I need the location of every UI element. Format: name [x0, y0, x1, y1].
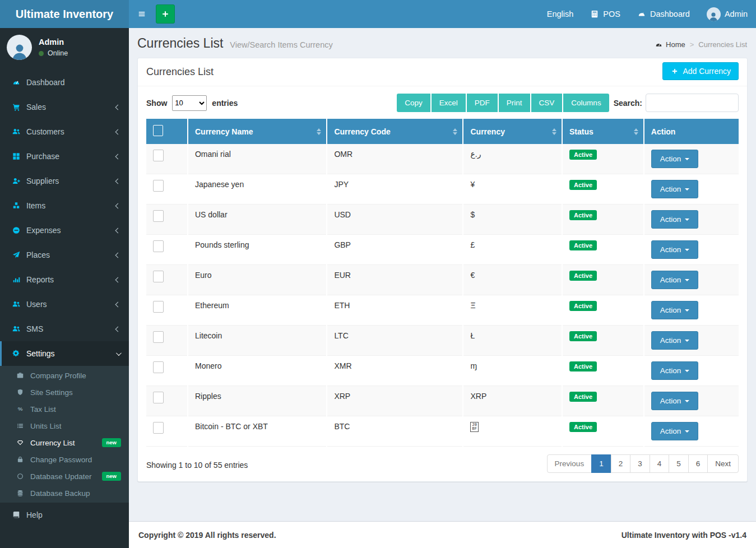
sidebar-item-suppliers[interactable]: Suppliers	[0, 169, 129, 193]
row-checkbox[interactable]	[153, 150, 164, 161]
nav-pos[interactable]: POS	[582, 0, 629, 28]
search-label: Search:	[614, 99, 642, 108]
sidebar-item-users[interactable]: Users	[0, 292, 129, 317]
cell-checkbox	[146, 386, 188, 416]
row-action-button[interactable]: Action	[651, 422, 699, 440]
sidebar-subitem-currency-list[interactable]: Currency List new	[0, 434, 129, 451]
export-excel-button[interactable]: Excel	[432, 94, 467, 112]
cell-currency-code: LTC	[327, 326, 463, 356]
header-row: Currency Name Currency Code Currency Sta…	[146, 119, 739, 144]
export-print-button[interactable]: Print	[499, 94, 531, 112]
sidebar-item-items[interactable]: Items	[0, 193, 129, 218]
cell-status: Active	[562, 386, 644, 416]
export-csv-button[interactable]: CSV	[531, 94, 564, 112]
row-checkbox[interactable]	[153, 331, 164, 343]
select-all-checkbox[interactable]	[153, 125, 163, 136]
row-checkbox[interactable]	[153, 180, 164, 192]
cell-action: Action	[644, 356, 739, 386]
row-action-button[interactable]: Action	[651, 180, 699, 198]
cell-currency-symbol: £	[463, 235, 562, 265]
breadcrumb-current: Currencies List	[690, 40, 747, 49]
sidebar-subitem-database-updater[interactable]: Database Updater new	[0, 468, 129, 485]
breadcrumb-home[interactable]: Home	[654, 40, 685, 49]
cell-action: Action	[644, 174, 739, 205]
column-header-action: Action	[644, 119, 739, 144]
status-badge: Active	[569, 331, 597, 341]
cell-action: Action	[644, 326, 739, 356]
sidebar-subitem-change-password[interactable]: Change Password	[0, 451, 129, 468]
column-header-status[interactable]: Status	[562, 119, 644, 144]
row-action-button[interactable]: Action	[651, 240, 699, 259]
sidebar-subitem-tax-list[interactable]: % Tax List	[0, 401, 129, 417]
sidebar-item-label: Dashboard	[26, 78, 65, 87]
row-action-button[interactable]: Action	[651, 210, 699, 229]
nav-language[interactable]: English	[539, 0, 582, 28]
pagination-page-4[interactable]: 4	[650, 454, 670, 473]
online-dot-icon	[39, 51, 44, 56]
pagination-previous[interactable]: Previous	[547, 454, 592, 473]
column-header-currency[interactable]: Currency	[463, 119, 562, 144]
nav-dashboard[interactable]: Dashboard	[629, 0, 698, 28]
sidebar-item-customers[interactable]: Customers	[0, 119, 129, 144]
brand-logo[interactable]: Ultimate Inventory	[0, 0, 129, 28]
pagination-page-1[interactable]: 1	[591, 454, 611, 473]
row-action-button[interactable]: Action	[651, 392, 699, 410]
add-currency-button[interactable]: Add Currency	[662, 62, 739, 80]
sidebar-item-reports[interactable]: Reports	[0, 267, 129, 292]
sidebar-item-dashboard[interactable]: Dashboard	[0, 70, 129, 95]
sidebar-item-help[interactable]: Help	[0, 503, 129, 527]
sidebar-toggle-button[interactable]	[129, 0, 154, 28]
sidebar-item-expenses[interactable]: Expenses	[0, 218, 129, 243]
sidebar-subitem-units-list[interactable]: Units List	[0, 417, 129, 434]
caret-down-icon	[685, 188, 689, 191]
column-header-currency-code[interactable]: Currency Code	[327, 119, 463, 144]
row-checkbox[interactable]	[153, 301, 164, 313]
row-checkbox[interactable]	[153, 271, 164, 282]
row-action-button[interactable]: Action	[651, 361, 699, 380]
pagination-page-3[interactable]: 3	[630, 454, 650, 473]
row-action-button[interactable]: Action	[651, 331, 699, 350]
page-length-select[interactable]: 10	[172, 95, 207, 111]
column-header-currency-name[interactable]: Currency Name	[188, 119, 327, 144]
sidebar-subitem-company-profile[interactable]: Company Profile	[0, 367, 129, 384]
row-action-button[interactable]: Action	[651, 271, 699, 289]
table-row: Omani rial OMR ر.ع Active Action	[146, 144, 739, 174]
tachometer-icon	[654, 41, 663, 48]
sidebar-item-sms[interactable]: SMS	[0, 317, 129, 341]
cell-currency-symbol: ¥	[463, 174, 562, 205]
row-checkbox[interactable]	[153, 240, 164, 252]
sidebar-subitem-label: Database Backup	[30, 489, 90, 498]
sidebar-item-settings[interactable]: Settings	[0, 341, 129, 366]
sidebar-item-purchase[interactable]: Purchase	[0, 144, 129, 169]
row-checkbox[interactable]	[153, 392, 164, 403]
cell-checkbox	[146, 235, 188, 265]
cell-currency-symbol: ɱ	[463, 356, 562, 386]
page-subtitle: View/Search Items Currency	[230, 40, 332, 49]
row-checkbox[interactable]	[153, 422, 164, 434]
cell-currency-name: Monero	[188, 356, 327, 386]
row-action-button[interactable]: Action	[651, 150, 699, 168]
pagination-next[interactable]: Next	[707, 454, 739, 473]
cell-currency-code: GBP	[327, 235, 463, 265]
cell-status: Active	[562, 326, 644, 356]
row-checkbox[interactable]	[153, 210, 164, 222]
export-columns-button[interactable]: Columns	[563, 94, 609, 112]
pagination-page-6[interactable]: 6	[688, 454, 708, 473]
sidebar-item-label: Expenses	[26, 226, 61, 235]
export-pdf-button[interactable]: PDF	[467, 94, 499, 112]
sidebar-item-sales[interactable]: Sales	[0, 95, 129, 119]
row-action-button[interactable]: Action	[651, 301, 699, 319]
cell-checkbox	[146, 326, 188, 356]
nav-user[interactable]: Admin	[698, 0, 756, 28]
quick-add-button[interactable]	[156, 4, 175, 24]
table-row: Bitcoin - BTC or XBT BTC 20BF Active Act…	[146, 416, 739, 447]
search-input[interactable]	[646, 94, 739, 112]
sidebar-subitem-database-backup[interactable]: Database Backup	[0, 485, 129, 501]
pagination-page-5[interactable]: 5	[669, 454, 689, 473]
row-checkbox[interactable]	[153, 361, 164, 373]
sidebar-item-places[interactable]: Places	[0, 243, 129, 267]
pagination-page-2[interactable]: 2	[611, 454, 631, 473]
settings-submenu: Company Profile Site Settings % Tax List…	[0, 366, 129, 503]
export-copy-button[interactable]: Copy	[397, 94, 432, 112]
sidebar-subitem-site-settings[interactable]: Site Settings	[0, 384, 129, 401]
